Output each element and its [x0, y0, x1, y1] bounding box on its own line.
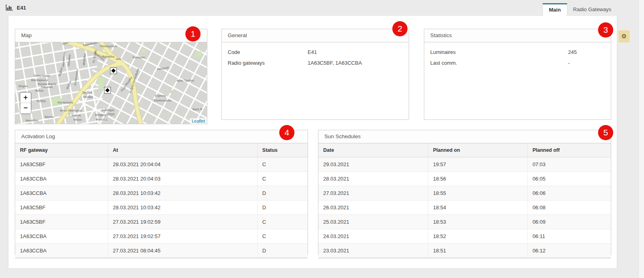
- table-cell: 06:06: [527, 186, 611, 201]
- table-cell: D: [257, 201, 308, 215]
- main-content: Map: [8, 16, 617, 269]
- table-cell: 06:05: [527, 172, 611, 186]
- map-panel: Map: [15, 29, 207, 124]
- table-row: 1A63C5BF28.03.2021 10:03:42D: [15, 201, 308, 215]
- annotation-badge-3: 3: [598, 22, 613, 38]
- tab-radio-gateways[interactable]: Radio Gateways: [567, 3, 617, 16]
- table-cell: 18:53: [428, 215, 528, 229]
- table-header-row: RF gatewayAtStatus: [15, 143, 308, 157]
- table-cell: 18:51: [428, 244, 528, 258]
- street-label: Αρέως: [35, 89, 44, 92]
- street-label: Κρήτης: [37, 99, 46, 103]
- street-label: Αργολίδος: [26, 119, 39, 122]
- activation-log-panel: Activation Log RF gatewayAtStatus1A63C5B…: [15, 130, 308, 255]
- table-row: 24.03.202118:5206:11: [318, 229, 611, 244]
- field-label: Radio gateways: [228, 60, 308, 66]
- street-label: Πελοποννήσου: [153, 99, 171, 102]
- table-row: 1A63C5BF27.03.2021 19:02:59C: [15, 215, 308, 229]
- table-cell: 24.03.2021: [318, 229, 428, 244]
- map-panel-title: Map: [15, 29, 207, 42]
- settings-gear-button[interactable]: ⚙: [618, 30, 630, 42]
- street-label: Κατσαντώνη: [58, 101, 73, 104]
- statistics-panel: Statistics Luminaires 245 Last comm. -: [424, 29, 611, 120]
- table-row: 1A63CCBA27.03.2021 08:04:45D: [15, 244, 308, 258]
- map-marker[interactable]: [104, 87, 111, 93]
- table-cell: 26.03.2021: [318, 201, 428, 215]
- sun-schedules-table: DatePlanned onPlanned off29.03.202119:57…: [318, 143, 611, 258]
- table-cell: 1A63C5BF: [15, 201, 108, 215]
- field-value: -: [568, 60, 570, 66]
- gear-icon: ⚙: [621, 33, 626, 40]
- street-label: Σκουφά: [82, 91, 92, 94]
- sun-schedules-panel: Sun Schedules DatePlanned onPlanned off2…: [318, 130, 611, 255]
- statistics-panel-title: Statistics: [424, 29, 611, 42]
- table-cell: 06:12: [527, 244, 611, 258]
- top-bar: E41 Main Radio Gateways: [0, 0, 644, 16]
- statistics-row-luminaires: Luminaires 245: [424, 47, 611, 58]
- table-cell: 18:54: [428, 201, 528, 215]
- table-row: 26.03.202118:5406:08: [318, 201, 611, 215]
- table-cell: 28.03.2021 10:03:42: [108, 201, 257, 215]
- column-header: RF gateway: [15, 143, 108, 157]
- general-panel-title: General: [222, 29, 409, 42]
- street-label: Σκύρου: [18, 85, 28, 88]
- street-label: Αγίων Θεοδώρων: [60, 109, 82, 112]
- table-cell: D: [257, 186, 308, 201]
- table-cell: 27.03.2021 08:04:45: [108, 244, 257, 258]
- table-cell: 29.03.2021: [318, 157, 428, 172]
- table-cell: 07:03: [527, 157, 611, 172]
- column-header: Date: [318, 143, 428, 157]
- table-cell: 18:55: [428, 186, 528, 201]
- vertical-scrollbar[interactable]: [638, 0, 644, 278]
- table-cell: C: [257, 157, 308, 172]
- field-value: 1A63C5BF, 1A63CCBA: [308, 60, 362, 66]
- column-header: Planned on: [428, 143, 528, 157]
- activation-log-table: RF gatewayAtStatus1A63C5BF28.03.2021 20:…: [15, 143, 308, 258]
- street-label: Άργους: [45, 115, 54, 119]
- column-header: At: [108, 143, 257, 157]
- bar-chart-icon: [6, 4, 13, 11]
- street-label: Φύλλιδος: [96, 118, 108, 121]
- street-label: Ευγενίας: [155, 94, 166, 97]
- table-cell: 28.03.2021 20:04:04: [108, 157, 257, 172]
- table-cell: 1A63C5BF: [15, 215, 108, 229]
- street-label: Ζωοδόχος: [101, 109, 115, 112]
- tab-bar: Main Radio Gateways: [543, 3, 617, 16]
- table-cell: 1A63CCBA: [15, 172, 108, 186]
- annotation-badge-1: 1: [185, 26, 201, 42]
- table-cell: 25.03.2021: [318, 215, 428, 229]
- table-cell: 1A63CCBA: [15, 244, 108, 258]
- map-tiles: ΘηβώνΘηβώνΑνδρέα ΠαπανδρέουΠολυτεχνείωνΒ…: [15, 42, 207, 124]
- annotation-badge-4: 4: [279, 125, 294, 140]
- page-title: E41: [6, 4, 26, 11]
- street-label: Οσίου Λουκά: [34, 74, 50, 77]
- field-value: E41: [308, 49, 317, 55]
- street-label: Λακωνίας: [41, 85, 53, 89]
- tab-main[interactable]: Main: [543, 3, 567, 16]
- table-cell: 28.03.2021 20:04:03: [108, 172, 257, 186]
- field-label: Code: [228, 49, 308, 55]
- table-row: 1A63CCBA28.03.2021 20:04:03C: [15, 172, 308, 186]
- street-label: Αγίας Τριάδος: [177, 79, 194, 82]
- general-row-code: Code E41: [222, 47, 409, 58]
- map-marker[interactable]: [110, 68, 117, 74]
- table-cell: 23.03.2021: [318, 244, 428, 258]
- map-attribution: Leaflet: [190, 118, 207, 124]
- street-label: Πολυτεχνείων: [100, 45, 117, 48]
- table-cell: 1A63CCBA: [15, 186, 108, 201]
- table-cell: 27.03.2021 19:02:57: [108, 229, 257, 244]
- leaflet-link[interactable]: Leaflet: [192, 119, 205, 123]
- zoom-out-button[interactable]: −: [20, 103, 31, 113]
- table-cell: 28.03.2021 10:03:42: [108, 186, 257, 201]
- street-label: Κάστορος: [133, 56, 145, 59]
- table-cell: 1A63CCBA: [15, 229, 108, 244]
- street-label: Κανάρη: [83, 95, 93, 99]
- zoom-in-button[interactable]: +: [20, 93, 31, 103]
- map-canvas[interactable]: ΘηβώνΘηβώνΑνδρέα ΠαπανδρέουΠολυτεχνείωνΒ…: [15, 42, 207, 124]
- table-row: 27.03.202118:5506:06: [318, 186, 611, 201]
- table-cell: 27.03.2021 19:02:59: [108, 215, 257, 229]
- table-cell: C: [257, 229, 308, 244]
- table-row: 1A63CCBA28.03.2021 10:03:42D: [15, 186, 308, 201]
- street-label: Βησσαρίωνος: [31, 79, 49, 82]
- activation-log-panel-title: Activation Log: [15, 130, 308, 143]
